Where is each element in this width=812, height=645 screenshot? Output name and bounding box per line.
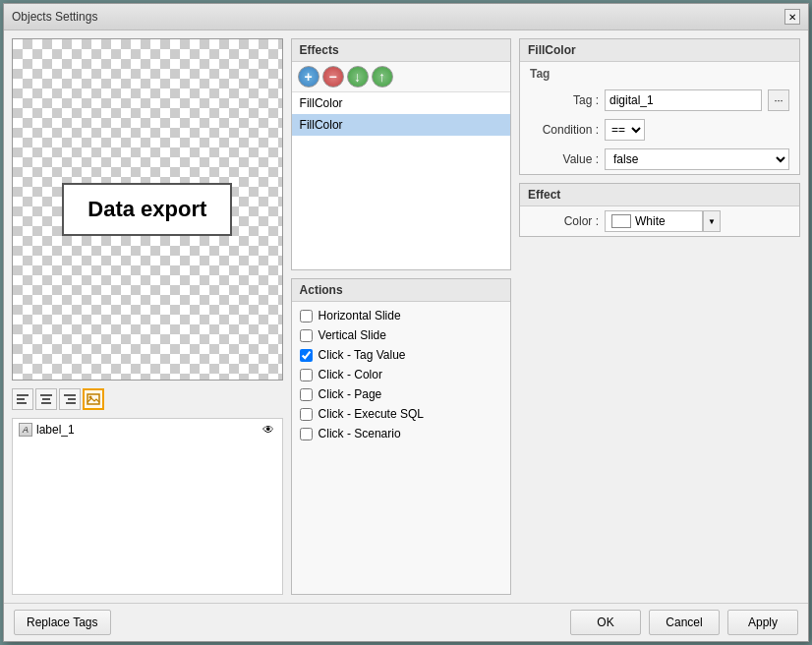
click-page-checkbox[interactable] [300, 388, 313, 401]
dialog-window: Objects Settings ✕ Data export [3, 3, 809, 642]
effects-toolbar: + − ↓ ↑ [292, 62, 510, 92]
replace-tags-button[interactable]: Replace Tags [14, 610, 111, 635]
object-toolbar [12, 386, 283, 412]
effect-panel: Effect Color : White ▼ [519, 183, 800, 237]
effect-header: Effect [520, 184, 799, 206]
close-button[interactable]: ✕ [784, 9, 800, 25]
value-select[interactable]: false true [605, 148, 789, 170]
title-bar: Objects Settings ✕ [4, 4, 808, 30]
click-scenario-checkbox[interactable] [300, 428, 313, 440]
svg-rect-0 [17, 394, 29, 396]
object-type-icon: A [19, 423, 32, 437]
align-left-btn[interactable] [12, 388, 33, 410]
action-label: Vertical Slide [319, 328, 386, 342]
right-spacer [519, 245, 800, 595]
svg-rect-7 [68, 398, 76, 400]
color-row: Color : White ▼ [520, 206, 799, 236]
align-right-btn[interactable] [59, 388, 81, 410]
fillcolor-header: FillColor [520, 39, 799, 62]
ok-button[interactable]: OK [570, 610, 641, 635]
preview-label: Data export [62, 183, 232, 236]
svg-rect-8 [66, 402, 76, 404]
color-swatch[interactable]: White [605, 210, 703, 232]
dialog-title: Objects Settings [12, 10, 97, 24]
color-label: Color : [530, 214, 599, 228]
objects-list[interactable]: A label_1 👁 [12, 418, 283, 595]
condition-select[interactable]: == != < > <= >= [605, 119, 645, 141]
tag-label: Tag : [530, 93, 599, 107]
condition-label: Condition : [530, 123, 599, 137]
condition-row: Condition : == != < > <= >= [520, 115, 799, 145]
tag-section-header: Tag [520, 62, 799, 86]
list-item[interactable]: FillColor [292, 92, 510, 114]
preview-area: Data export [12, 38, 283, 381]
actions-panel: Actions Horizontal Slide Vertical Slide … [291, 278, 511, 595]
list-item[interactable]: Click - Tag Value [292, 345, 510, 365]
move-up-btn[interactable]: ↑ [372, 66, 393, 88]
svg-rect-6 [64, 394, 76, 396]
list-item[interactable]: Horizontal Slide [292, 306, 510, 325]
svg-rect-1 [17, 398, 25, 400]
list-item[interactable]: Click - Color [292, 365, 510, 384]
click-color-checkbox[interactable] [300, 369, 313, 381]
align-center-btn[interactable] [35, 388, 57, 410]
right-panel: FillColor Tag Tag : ··· Condition : == !… [519, 38, 800, 595]
svg-rect-4 [42, 398, 50, 400]
vertical-slide-checkbox[interactable] [300, 329, 313, 342]
left-panel: Data export [12, 38, 283, 595]
action-label: Click - Tag Value [319, 348, 406, 362]
checkerboard-bg: Data export [13, 39, 282, 380]
actions-header: Actions [292, 279, 510, 302]
color-dropdown[interactable]: White ▼ [605, 210, 721, 232]
add-effect-btn[interactable]: + [298, 66, 319, 88]
middle-panel: Effects + − ↓ ↑ FillColor FillColor Acti… [291, 38, 511, 595]
color-swatch-rect [611, 214, 631, 228]
color-dropdown-btn[interactable]: ▼ [703, 210, 721, 232]
action-label: Horizontal Slide [319, 309, 401, 322]
action-label: Click - Execute SQL [319, 407, 424, 421]
click-tag-value-checkbox[interactable] [300, 349, 313, 362]
list-item[interactable]: Click - Scenario [292, 424, 510, 443]
apply-button[interactable]: Apply [727, 610, 798, 635]
tag-row: Tag : ··· [520, 86, 799, 115]
image-btn[interactable] [83, 388, 104, 410]
content-area: Data export [4, 30, 808, 603]
actions-list: Horizontal Slide Vertical Slide Click - … [292, 302, 510, 447]
list-item[interactable]: Click - Execute SQL [292, 404, 510, 424]
effects-list[interactable]: FillColor FillColor [292, 92, 510, 269]
click-execute-sql-checkbox[interactable] [300, 408, 313, 421]
horizontal-slide-checkbox[interactable] [300, 310, 313, 322]
cancel-button[interactable]: Cancel [649, 610, 720, 635]
list-item[interactable]: FillColor [292, 114, 510, 136]
effects-header: Effects [292, 39, 510, 62]
list-item[interactable]: Click - Page [292, 384, 510, 404]
list-item[interactable]: A label_1 👁 [13, 419, 282, 440]
action-label: Click - Color [319, 368, 382, 381]
fillcolor-panel: FillColor Tag Tag : ··· Condition : == !… [519, 38, 800, 175]
effects-panel: Effects + − ↓ ↑ FillColor FillColor [291, 38, 511, 270]
color-name: White [635, 214, 666, 228]
tag-browse-btn[interactable]: ··· [768, 89, 789, 111]
svg-rect-9 [87, 394, 99, 404]
move-down-btn[interactable]: ↓ [347, 66, 369, 88]
value-label: Value : [530, 152, 599, 166]
list-item[interactable]: Vertical Slide [292, 325, 510, 345]
svg-rect-3 [40, 394, 52, 396]
action-label: Click - Scenario [319, 427, 401, 440]
action-label: Click - Page [319, 387, 382, 401]
svg-rect-5 [41, 402, 51, 404]
value-row: Value : false true [520, 145, 799, 174]
visibility-toggle[interactable]: 👁 [261, 422, 276, 438]
tag-input[interactable] [605, 89, 762, 111]
object-name: label_1 [36, 423, 257, 437]
remove-effect-btn[interactable]: − [322, 66, 344, 88]
bottom-bar: Replace Tags OK Cancel Apply [4, 603, 808, 641]
svg-rect-2 [17, 402, 27, 404]
